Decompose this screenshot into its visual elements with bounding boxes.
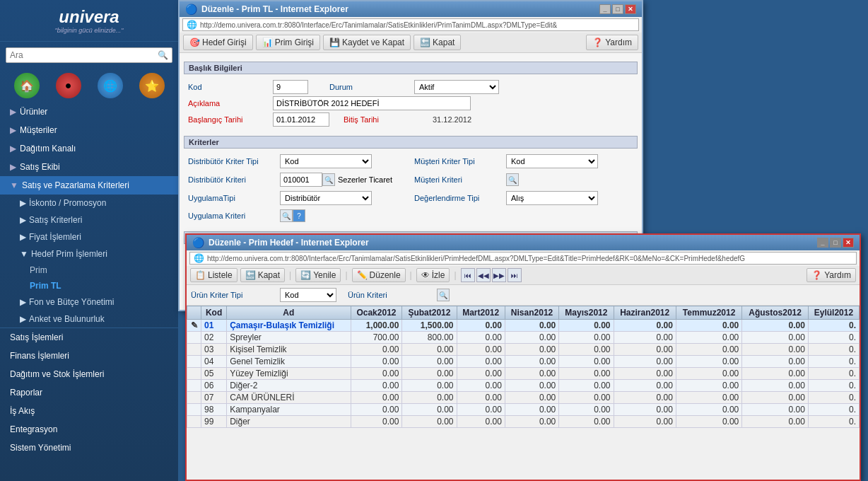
search-input[interactable] — [6, 48, 154, 62]
sidebar-item-dagitim[interactable]: ▶Dağıtım Kanalı — [0, 139, 178, 158]
window2-close[interactable]: ✕ — [843, 238, 854, 248]
row-edit-icon[interactable]: ✎ — [187, 320, 201, 332]
window1-toolbar: 🎯 Hedef Girişi 📊 Prim Girişi 💾 Kaydet ve… — [180, 33, 642, 53]
yenile-button[interactable]: 🔄 Yenile — [295, 268, 341, 282]
nav-icon-red[interactable]: ● — [56, 73, 81, 98]
baslangic-input[interactable] — [273, 112, 329, 127]
sidebar-item-prim-tl[interactable]: Prim TL — [0, 278, 178, 294]
dist-kriteri-input[interactable] — [280, 173, 322, 187]
window2-minimize[interactable]: _ — [817, 238, 828, 248]
dist-kriter-tipi-row: Distribütör Kriter Tipi Kod — [188, 154, 407, 168]
yardim-button[interactable]: ❓ Yardım — [586, 35, 638, 50]
search-box[interactable]: 🔍 — [6, 47, 172, 63]
nav-last-button[interactable]: ⏭ — [508, 268, 522, 282]
window1-address-bar[interactable]: 🌐 http://demo.univera.com.tr:8080/Interf… — [182, 18, 639, 31]
table-row[interactable]: 06Diğer-20.000.000.000.000.000.000.000.0… — [187, 380, 860, 392]
cell-temmuz: 0.00 — [676, 392, 741, 404]
kapat-button[interactable]: 🔙 Kapat — [414, 35, 461, 50]
row-edit-icon[interactable] — [187, 392, 201, 404]
prim-girisi-button[interactable]: 📊 Prim Girişi — [256, 35, 320, 50]
sidebar-item-anket[interactable]: ▶Anket ve Bulunurluk — [0, 311, 178, 328]
sidebar-item-dagitim-stok[interactable]: Dağıtım ve Stok İşlemleri — [0, 365, 178, 383]
row-edit-icon[interactable] — [187, 404, 201, 416]
search-button[interactable]: 🔍 — [154, 48, 172, 62]
row-edit-icon[interactable] — [187, 344, 201, 356]
dist-kriteri-search-button[interactable]: 🔍 — [322, 173, 335, 186]
hedef-girisi-button[interactable]: 🎯 Hedef Girişi — [183, 35, 253, 50]
durum-select[interactable]: Aktif — [414, 80, 499, 94]
aciklama-input[interactable] — [273, 96, 471, 110]
kaydet-kapat-button[interactable]: 💾 Kaydet ve Kapat — [323, 35, 411, 50]
cell-haziran: 0.00 — [614, 392, 676, 404]
sidebar-item-urunler[interactable]: ▶Ürünler — [0, 103, 178, 121]
cell-temmuz: 0.00 — [676, 380, 741, 392]
row-edit-icon[interactable] — [187, 416, 201, 428]
duzenle-button[interactable]: ✏️ Düzenle — [352, 268, 406, 282]
urun-kriter-tipi-select[interactable]: Kod — [280, 288, 336, 302]
window1-close[interactable]: ✕ — [625, 4, 636, 14]
dist-kriter-tipi-label: Distribütör Kriter Tipi — [188, 157, 280, 166]
listele-button[interactable]: 📋 Listele — [190, 268, 237, 282]
cell-mayis: 0.00 — [559, 392, 614, 404]
cell-temmuz: 0.00 — [676, 344, 741, 356]
table-body: ✎01Çamaşır-Bulaşık Temizliği1,000.001,50… — [187, 320, 860, 428]
musteri-kriteri-label: Müşteri Kriteri — [414, 175, 506, 184]
sidebar-item-satis-paz[interactable]: ▼Satış ve Pazarlama Kriterleri — [0, 176, 178, 195]
window2-address-bar[interactable]: 🌐 http://demo.univera.com.tr:8080/Interf… — [189, 252, 857, 265]
sidebar-item-raporlar[interactable]: Raporlar — [0, 383, 178, 402]
sidebar-item-finans[interactable]: Finans İşlemleri — [0, 347, 178, 365]
row-edit-icon[interactable] — [187, 332, 201, 344]
kapat2-button[interactable]: 🔙 Kapat — [240, 268, 285, 282]
table-row[interactable]: 04Genel Temizlik0.000.000.000.000.000.00… — [187, 356, 860, 368]
logo-tagline: "bilginin gücü elinizde..." — [7, 27, 171, 34]
nav-next-button[interactable]: ▶▶ — [492, 268, 506, 282]
sidebar-item-fiyat[interactable]: ▶Fiyat İşlemleri — [0, 228, 178, 245]
musteri-kriteri-search-button[interactable]: 🔍 — [506, 173, 519, 186]
dist-kriter-tipi-select[interactable]: Kod — [280, 154, 372, 168]
sidebar-item-is-akis[interactable]: İş Akış — [0, 402, 178, 420]
urun-kriteri-search-btn[interactable]: 🔍 — [437, 289, 450, 301]
uygulama-tipi-select[interactable]: Distribütör — [280, 191, 372, 205]
table-row[interactable]: 99Diğer0.000.000.000.000.000.000.000.000… — [187, 416, 860, 428]
table-row[interactable]: 02Spreyler700.00800.000.000.000.000.000.… — [187, 332, 860, 344]
row-edit-icon[interactable] — [187, 356, 201, 368]
nav-first-button[interactable]: ⏮ — [461, 268, 475, 282]
sidebar-item-satis-islem[interactable]: Satış İşlemleri — [0, 328, 178, 347]
sidebar-item-prim[interactable]: Prim — [0, 262, 178, 278]
window2-maximize[interactable]: □ — [830, 238, 841, 248]
musteri-kriter-tipi-select[interactable]: Kod — [506, 154, 598, 168]
table-row[interactable]: ✎01Çamaşır-Bulaşık Temizliği1,000.001,50… — [187, 320, 860, 332]
cell-eylul: 0. — [808, 380, 859, 392]
sidebar-item-sistem[interactable]: Sistem Yönetimi — [0, 439, 178, 457]
nav-icon-home[interactable]: 🏠 — [14, 73, 40, 98]
sidebar-item-entegrasyon[interactable]: Entegrasyon — [0, 420, 178, 439]
sidebar-item-fon[interactable]: ▶Fon ve Bütçe Yönetimi — [0, 294, 178, 311]
window1-maximize[interactable]: □ — [612, 4, 623, 14]
save-icon: 💾 — [329, 37, 340, 47]
uygulama-kriteri-search-btn[interactable]: 🔍 — [280, 209, 293, 222]
kod-input[interactable] — [273, 80, 308, 94]
sidebar-item-satis-ekibi[interactable]: ▶Satış Ekibi — [0, 158, 178, 176]
row-edit-icon[interactable] — [187, 368, 201, 380]
table-row[interactable]: 07CAM ÜRÜNLERİ0.000.000.000.000.000.000.… — [187, 392, 860, 404]
nav-icon-blue[interactable]: 🌐 — [98, 73, 123, 98]
izle-button[interactable]: 👁 İzle — [416, 268, 450, 282]
row-edit-icon[interactable] — [187, 380, 201, 392]
uygulama-kriteri-help-btn[interactable]: ? — [293, 209, 305, 222]
sidebar-item-iskonto[interactable]: ▶İskonto / Promosyon — [0, 195, 178, 211]
yardim2-button[interactable]: ❓ Yardım — [807, 268, 856, 282]
cell-ocak: 0.00 — [351, 392, 402, 404]
nav-icon-orange[interactable]: ⭐ — [139, 73, 165, 98]
sidebar-item-satis-krit[interactable]: ▶Satış Kriterleri — [0, 211, 178, 228]
cell-ocak: 700.00 — [351, 332, 402, 344]
degerlendirme-tipi-select[interactable]: Alış — [506, 191, 598, 205]
sidebar-item-musteriler[interactable]: ▶Müşteriler — [0, 121, 178, 139]
izle-icon: 👁 — [421, 270, 430, 280]
table-row[interactable]: 98Kampanyalar0.000.000.000.000.000.000.0… — [187, 404, 860, 416]
sidebar-item-hedef-prim[interactable]: ▼Hedef Prim İşlemleri — [0, 245, 178, 262]
window1-minimize[interactable]: _ — [599, 4, 611, 14]
nav-prev-button[interactable]: ◀◀ — [476, 268, 491, 282]
table-row[interactable]: 05Yüzey Temizliği0.000.000.000.000.000.0… — [187, 368, 860, 380]
col-header-haziran: Haziran2012 — [614, 306, 676, 320]
table-row[interactable]: 03Kişisel Temizlik0.000.000.000.000.000.… — [187, 344, 860, 356]
